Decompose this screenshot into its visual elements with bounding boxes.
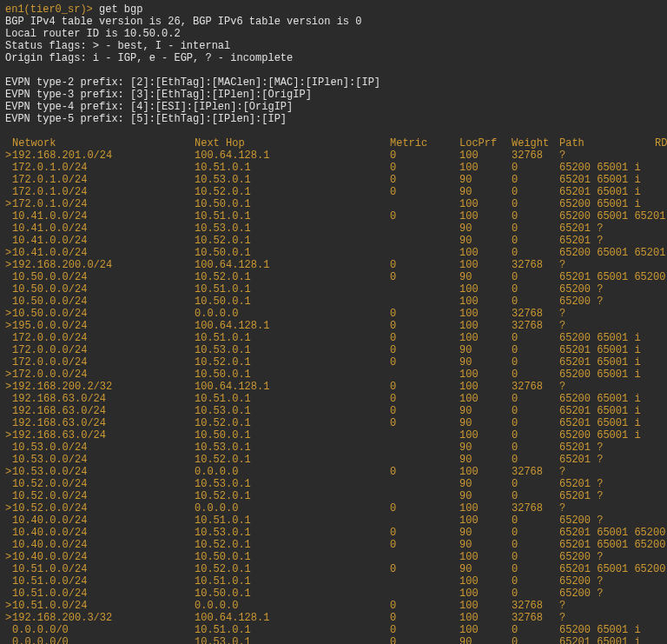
cell-network: 172.0.1.0/24 [12, 186, 195, 198]
cell-path: 65200 65001 i [559, 393, 655, 405]
cell-flag [5, 271, 12, 283]
cell-path: 65201 65001 i [559, 405, 655, 417]
cell-nexthop: 10.53.0.1 [195, 174, 390, 186]
route-row: 10.53.0.0/2410.52.0.190065201 ? [5, 454, 662, 466]
cell-path: ? [559, 308, 655, 320]
cell-weight: 32768 [512, 612, 559, 624]
cell-weight: 0 [512, 295, 559, 308]
cell-weight: 32768 [512, 259, 559, 271]
cell-nexthop: 10.53.0.1 [195, 344, 390, 356]
cell-locprf: 100 [459, 210, 512, 222]
column-header-row: NetworkNext HopMetricLocPrfWeightPathRD [5, 137, 662, 149]
cell-flag [5, 563, 12, 575]
cell-nexthop: 10.50.0.1 [195, 247, 390, 259]
cell-nexthop: 0.0.0.0 [195, 600, 390, 612]
cell-network: 10.41.0.0/24 [12, 235, 195, 247]
cell-locprf: 90 [459, 490, 512, 502]
cell-nexthop: 0.0.0.0 [195, 308, 390, 320]
header-line: Local router ID is 10.50.0.2 [5, 28, 662, 40]
cell-nexthop: 10.50.0.1 [195, 588, 390, 600]
col-flag-hdr [5, 137, 12, 149]
cell-flag [5, 417, 12, 429]
cell-locprf: 100 [459, 612, 512, 624]
route-row: 172.0.0.0/2410.52.0.1090065201 65001 i [5, 356, 662, 368]
cell-weight: 0 [512, 539, 559, 551]
cell-nexthop: 10.53.0.1 [195, 442, 390, 454]
cell-path: 65200 65001 i [559, 198, 655, 210]
cell-weight: 0 [512, 636, 559, 644]
route-row: > 192.168.63.0/2410.50.0.1100065200 6500… [5, 429, 662, 442]
cell-path: 65201 65001 65200 ? [559, 271, 655, 283]
cell-path: ? [559, 612, 655, 624]
cell-metric: 0 [390, 636, 459, 644]
cell-weight: 0 [512, 186, 559, 198]
cell-network: 10.41.0.0/24 [12, 210, 195, 222]
cell-path: 65200 ? [559, 295, 655, 308]
cell-flag [5, 332, 12, 344]
route-row: 10.51.0.0/2410.52.0.1090065201 65001 652… [5, 563, 662, 575]
header-line: EVPN type-2 prefix: [2]:[EthTag]:[MAClen… [5, 76, 662, 89]
cell-flag [5, 186, 12, 198]
cell-network: 10.52.0.0/24 [12, 478, 195, 490]
cell-network: 10.50.0.0/24 [12, 295, 195, 308]
cell-flag [5, 588, 12, 600]
cell-nexthop: 10.52.0.1 [195, 417, 390, 429]
cell-weight: 0 [512, 563, 559, 575]
route-row: 10.40.0.0/2410.53.0.1090065201 65001 652… [5, 527, 662, 539]
cell-weight: 32768 [512, 320, 559, 332]
route-row: > 195.0.0.0/24100.64.128.1010032768? [5, 320, 662, 332]
cell-network: 172.0.0.0/24 [12, 368, 195, 381]
cell-weight: 0 [512, 283, 559, 295]
cell-weight: 0 [512, 490, 559, 502]
cell-flag: > [5, 308, 12, 320]
cell-weight: 0 [512, 368, 559, 381]
route-row: 10.40.0.0/2410.51.0.1100065200 ? [5, 515, 662, 527]
cell-metric: 0 [390, 210, 459, 222]
route-row: 172.0.1.0/2410.53.0.1090065201 65001 i [5, 174, 662, 186]
cell-network: 172.0.1.0/24 [12, 198, 195, 210]
cell-locprf: 100 [459, 283, 512, 295]
cell-flag [5, 295, 12, 308]
cell-nexthop: 10.51.0.1 [195, 515, 390, 527]
cell-weight: 0 [512, 454, 559, 466]
cell-locprf: 100 [459, 502, 512, 515]
cell-locprf: 100 [459, 247, 512, 259]
cell-flag [5, 490, 12, 502]
cell-path: 65201 65001 i [559, 174, 655, 186]
cell-network: 10.53.0.0/24 [12, 454, 195, 466]
prompt-command: get bgp [99, 3, 142, 16]
cell-metric: 0 [390, 527, 459, 539]
route-row: 10.50.0.0/2410.50.0.1100065200 ? [5, 295, 662, 308]
cell-locprf: 90 [459, 235, 512, 247]
cell-locprf: 100 [459, 198, 512, 210]
cell-metric: 0 [390, 405, 459, 417]
route-row: 172.0.0.0/2410.51.0.10100065200 65001 i [5, 332, 662, 344]
header-block: BGP IPv4 table version is 26, BGP IPv6 t… [5, 16, 662, 125]
cell-nexthop: 0.0.0.0 [195, 466, 390, 478]
col-path-hdr: Path [559, 137, 655, 149]
terminal-window[interactable]: en1(tier0_sr)> get bgp BGP IPv4 table ve… [0, 0, 667, 644]
cell-network: 195.0.0.0/24 [12, 320, 195, 332]
header-line: EVPN type-5 prefix: [5]:[EthTag]:[IPlen]… [5, 113, 662, 125]
cell-nexthop: 10.50.0.1 [195, 551, 390, 563]
cell-flag [5, 162, 12, 174]
cell-path: 65201 ? [559, 478, 655, 490]
cell-locprf: 90 [459, 344, 512, 356]
cell-network: 10.51.0.0/24 [12, 588, 195, 600]
cell-metric: 0 [390, 502, 459, 515]
cell-flag: > [5, 381, 12, 393]
cell-network: 10.50.0.0/24 [12, 308, 195, 320]
cell-network: 172.0.0.0/24 [12, 356, 195, 368]
cell-metric: 0 [390, 149, 459, 162]
cell-flag [5, 235, 12, 247]
cell-locprf: 90 [459, 222, 512, 235]
cell-network: 10.40.0.0/24 [12, 527, 195, 539]
cell-nexthop: 10.52.0.1 [195, 454, 390, 466]
blank-line [5, 125, 662, 137]
cell-network: 10.40.0.0/24 [12, 515, 195, 527]
cell-locprf: 100 [459, 308, 512, 320]
header-line: EVPN type-4 prefix: [4]:[ESI]:[IPlen]:[O… [5, 101, 662, 113]
cell-flag: > [5, 320, 12, 332]
cell-nexthop: 10.52.0.1 [195, 490, 390, 502]
cell-flag [5, 527, 12, 539]
